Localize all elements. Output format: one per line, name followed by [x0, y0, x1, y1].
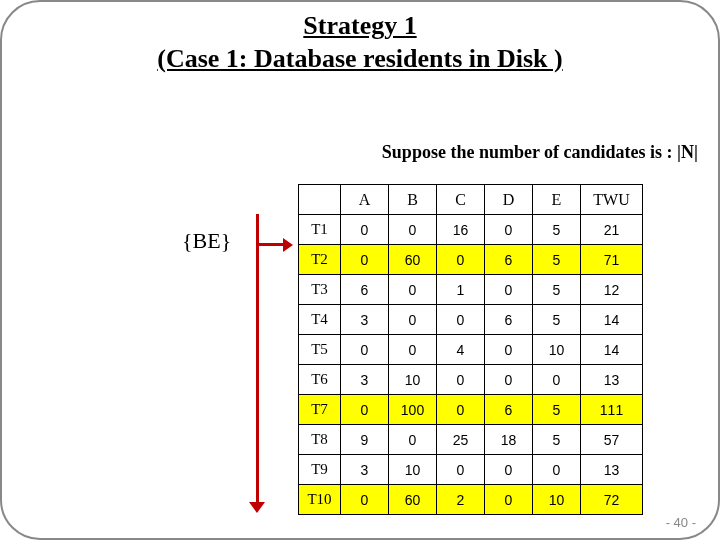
table-row: T4 3 0 0 6 5 14 — [299, 305, 643, 335]
table-cell: 0 — [389, 425, 437, 455]
table-cell: 0 — [389, 335, 437, 365]
table-cell: 60 — [389, 245, 437, 275]
table-cell: 25 — [437, 425, 485, 455]
table-cell: 10 — [389, 455, 437, 485]
table-cell: 100 — [389, 395, 437, 425]
table-cell: 5 — [533, 275, 581, 305]
table-cell: 0 — [485, 215, 533, 245]
col-header: A — [341, 185, 389, 215]
row-header: T3 — [299, 275, 341, 305]
table-row: T2 0 60 0 6 5 71 — [299, 245, 643, 275]
table-cell: 5 — [533, 395, 581, 425]
table-row: T5 0 0 4 0 10 14 — [299, 335, 643, 365]
table-cell: 0 — [485, 485, 533, 515]
table-cell: 6 — [485, 245, 533, 275]
table-cell: 2 — [437, 485, 485, 515]
table-header-row: A B C D E TWU — [299, 185, 643, 215]
table-row: T7 0 100 0 6 5 111 — [299, 395, 643, 425]
data-table: A B C D E TWU T1 0 0 16 0 5 21 T2 0 60 0… — [298, 184, 643, 515]
row-header: T7 — [299, 395, 341, 425]
table-cell: 0 — [437, 455, 485, 485]
table-cell: 10 — [533, 485, 581, 515]
table-cell: 9 — [341, 425, 389, 455]
col-header: B — [389, 185, 437, 215]
table-cell: 16 — [437, 215, 485, 245]
table-cell: 5 — [533, 245, 581, 275]
table-cell: 3 — [341, 455, 389, 485]
table-cell: 14 — [581, 305, 643, 335]
table-cell: 18 — [485, 425, 533, 455]
row-header: T2 — [299, 245, 341, 275]
col-header: E — [533, 185, 581, 215]
arrow-down-icon — [247, 214, 267, 514]
row-header: T4 — [299, 305, 341, 335]
table-cell: 13 — [581, 365, 643, 395]
table-row: T10 0 60 2 0 10 72 — [299, 485, 643, 515]
title-line-2: (Case 1: Database residents in Disk ) — [157, 44, 562, 73]
col-header: C — [437, 185, 485, 215]
table-cell: 4 — [437, 335, 485, 365]
table-cell: 0 — [341, 245, 389, 275]
table-cell: 10 — [389, 365, 437, 395]
table-cell: 0 — [389, 305, 437, 335]
row-header: T10 — [299, 485, 341, 515]
table-cell: 5 — [533, 215, 581, 245]
row-header: T1 — [299, 215, 341, 245]
table-row: T9 3 10 0 0 0 13 — [299, 455, 643, 485]
table-cell: 57 — [581, 425, 643, 455]
table-cell: 5 — [533, 305, 581, 335]
arrow-right-icon — [258, 239, 294, 251]
table-cell: 0 — [485, 455, 533, 485]
table-cell: 0 — [341, 215, 389, 245]
be-set-label: {BE} — [182, 228, 231, 254]
table-cell: 12 — [581, 275, 643, 305]
table-cell: 60 — [389, 485, 437, 515]
table-cell: 6 — [485, 305, 533, 335]
table-cell: 0 — [533, 365, 581, 395]
table-cell: 0 — [533, 455, 581, 485]
table-cell: 3 — [341, 365, 389, 395]
table-cell: 72 — [581, 485, 643, 515]
row-header: T9 — [299, 455, 341, 485]
table-row: T3 6 0 1 0 5 12 — [299, 275, 643, 305]
row-header: T5 — [299, 335, 341, 365]
table-corner — [299, 185, 341, 215]
table-cell: 0 — [389, 215, 437, 245]
table-cell: 0 — [437, 245, 485, 275]
table-cell: 21 — [581, 215, 643, 245]
table-cell: 0 — [341, 335, 389, 365]
table-cell: 71 — [581, 245, 643, 275]
col-header: TWU — [581, 185, 643, 215]
table-cell: 10 — [533, 335, 581, 365]
row-header: T6 — [299, 365, 341, 395]
table-cell: 1 — [437, 275, 485, 305]
col-header: D — [485, 185, 533, 215]
table-cell: 13 — [581, 455, 643, 485]
table-cell: 0 — [389, 275, 437, 305]
table-cell: 0 — [437, 305, 485, 335]
table-cell: 5 — [533, 425, 581, 455]
table-cell: 0 — [437, 395, 485, 425]
table-cell: 111 — [581, 395, 643, 425]
table-row: T6 3 10 0 0 0 13 — [299, 365, 643, 395]
table-cell: 0 — [437, 365, 485, 395]
table-cell: 3 — [341, 305, 389, 335]
title-line-1: Strategy 1 — [303, 11, 416, 40]
slide-title: Strategy 1 (Case 1: Database residents i… — [2, 10, 718, 75]
page-number: - 40 - — [666, 515, 696, 530]
table-cell: 6 — [341, 275, 389, 305]
table-row: T1 0 0 16 0 5 21 — [299, 215, 643, 245]
table-cell: 0 — [485, 335, 533, 365]
table-cell: 0 — [485, 365, 533, 395]
table-cell: 0 — [341, 395, 389, 425]
table-cell: 6 — [485, 395, 533, 425]
table-cell: 14 — [581, 335, 643, 365]
slide-frame: Strategy 1 (Case 1: Database residents i… — [0, 0, 720, 540]
suppose-text: Suppose the number of candidates is : |N… — [2, 142, 698, 163]
table-cell: 0 — [341, 485, 389, 515]
table-cell: 0 — [485, 275, 533, 305]
table-row: T8 9 0 25 18 5 57 — [299, 425, 643, 455]
row-header: T8 — [299, 425, 341, 455]
